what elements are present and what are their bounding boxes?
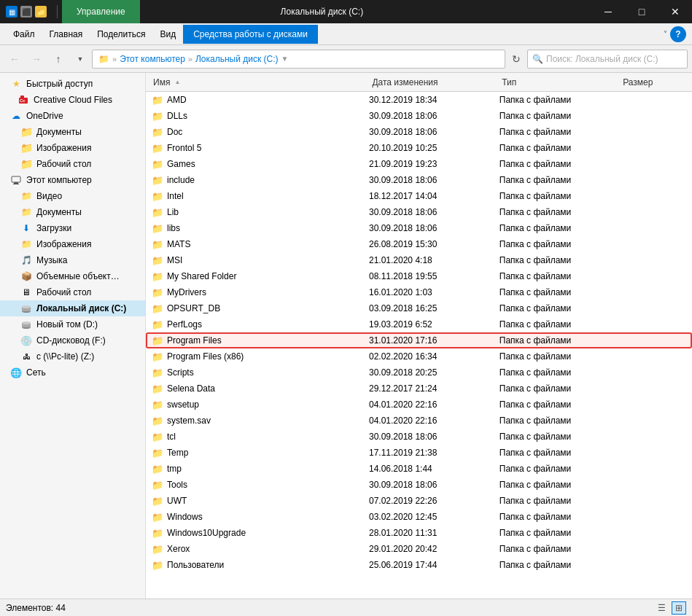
menu-home[interactable]: Главная [42, 25, 90, 44]
file-date-cell: 26.08.2019 15:30 [369, 239, 499, 249]
sidebar-item-imgs[interactable]: 📁 Изображения [0, 236, 145, 252]
sidebar: ★ Быстрый доступ Cc Creative Cloud Files… [0, 73, 146, 599]
table-row[interactable]: 📁 AMD 30.12.2019 18:34 Папка с файлами [146, 92, 692, 108]
table-row[interactable]: 📁 Program Files 31.01.2020 17:16 Папка с… [146, 332, 692, 348]
table-row[interactable]: 📁 Scripts 30.09.2018 20:25 Папка с файла… [146, 364, 692, 381]
item-count: Элементов: 44 [6, 603, 66, 613]
search-placeholder: Поиск: Локальный диск (C:) [546, 54, 658, 64]
sidebar-item-creative-cloud[interactable]: Cc Creative Cloud Files [0, 92, 145, 108]
sidebar-item-docs[interactable]: 📁 Документы [0, 204, 145, 220]
table-row[interactable]: 📁 MATS 26.08.2019 15:30 Папка с файлами [146, 236, 692, 252]
table-row[interactable]: 📁 Tools 30.09.2018 18:06 Папка с файлами [146, 477, 692, 493]
table-row[interactable]: 📁 My Shared Folder 08.11.2018 19:55 Папк… [146, 268, 692, 284]
table-row[interactable]: 📁 Games 21.09.2019 19:23 Папка с файлами [146, 156, 692, 172]
file-name-cell: 📁 MyDrivers [152, 287, 369, 298]
file-folder-icon: 📁 [152, 560, 163, 571]
file-name-cell: 📁 Xerox [152, 544, 369, 555]
file-name-cell: 📁 Пользователи [152, 560, 369, 571]
col-date-header[interactable]: Дата изменения [372, 77, 502, 87]
search-bar[interactable]: 🔍 Поиск: Локальный диск (C:) [527, 50, 688, 69]
table-row[interactable]: 📁 swsetup 04.01.2020 22:16 Папка с файла… [146, 397, 692, 413]
address-bar[interactable]: 📁 » Этот компьютер » Локальный диск (C:)… [92, 50, 505, 69]
table-row[interactable]: 📁 Lib 30.09.2018 18:06 Папка с файлами [146, 204, 692, 220]
file-folder-icon: 📁 [152, 399, 163, 410]
col-size-header[interactable]: Размер [623, 77, 692, 87]
app-icon-3: 📁 [35, 6, 47, 17]
sidebar-item-desktop[interactable]: 📁 Рабочий стол [0, 156, 145, 172]
forward-button[interactable]: → [26, 49, 47, 69]
menu-disk-tools[interactable]: Средства работы с дисками [183, 25, 318, 44]
quick-access-icon: ★ [10, 78, 22, 90]
file-type-cell: Папка с файлами [499, 480, 621, 490]
network-icon: 🌐 [10, 367, 22, 378]
file-name-cell: 📁 include [152, 175, 369, 186]
table-row[interactable]: 📁 UWT 07.02.2019 22:26 Папка с файлами [146, 493, 692, 509]
table-row[interactable]: 📁 tcl 30.09.2018 18:06 Папка с файлами [146, 429, 692, 445]
table-row[interactable]: 📁 libs 30.09.2018 18:06 Папка с файлами [146, 220, 692, 236]
sidebar-item-new-volume[interactable]: Новый том (D:) [0, 316, 145, 332]
col-type-header[interactable]: Тип [502, 77, 623, 87]
table-row[interactable]: 📁 MSI 21.01.2020 4:18 Папка с файлами [146, 252, 692, 268]
table-row[interactable]: 📁 Temp 17.11.2019 21:38 Папка с файлами [146, 445, 692, 461]
file-folder-icon: 📁 [152, 512, 163, 523]
col-name-header[interactable]: Имя ▲ [150, 77, 372, 87]
sidebar-item-3d[interactable]: 📦 Объемные объект… [0, 268, 145, 284]
minimize-button[interactable]: ─ [591, 0, 625, 23]
table-row[interactable]: 📁 Selena Data 29.12.2017 21:24 Папка с ф… [146, 381, 692, 397]
table-row[interactable]: 📁 Doc 30.09.2018 18:06 Папка с файлами [146, 124, 692, 140]
table-row[interactable]: 📁 Xerox 29.01.2020 20:42 Папка с файлами [146, 541, 692, 557]
address-chevron-icon[interactable]: ▼ [281, 55, 289, 63]
address-this-pc[interactable]: Этот компьютер [120, 54, 185, 64]
close-button[interactable]: ✕ [658, 0, 692, 23]
sidebar-item-music[interactable]: 🎵 Музыка [0, 252, 145, 268]
sidebar-item-documents[interactable]: 📁 Документы [0, 124, 145, 140]
file-date-cell: 17.11.2019 21:38 [369, 448, 499, 458]
table-row[interactable]: 📁 PerfLogs 19.03.2019 6:52 Папка с файла… [146, 316, 692, 332]
file-date-cell: 30.09.2018 18:06 [369, 111, 499, 121]
maximize-button[interactable]: □ [625, 0, 658, 23]
sidebar-item-onedrive[interactable]: ☁ OneDrive [0, 108, 145, 124]
menu-file[interactable]: Файл [6, 25, 42, 44]
file-name-cell: 📁 Program Files [152, 335, 369, 346]
file-date-cell: 30.09.2018 18:06 [369, 432, 499, 442]
view-tile-button[interactable]: ⊞ [672, 601, 686, 615]
refresh-button[interactable]: ↻ [507, 50, 526, 69]
table-row[interactable]: 📁 Intel 18.12.2017 14:04 Папка с файлами [146, 188, 692, 204]
file-date-cell: 30.12.2019 18:34 [369, 95, 499, 105]
table-row[interactable]: 📁 Windows10Upgrade 28.01.2020 11:31 Папк… [146, 525, 692, 541]
table-row[interactable]: 📁 Windows 03.02.2020 12:45 Папка с файла… [146, 509, 692, 525]
table-row[interactable]: 📁 Program Files (x86) 02.02.2020 16:34 П… [146, 348, 692, 364]
table-row[interactable]: 📁 OPSURT_DB 03.09.2018 16:25 Папка с фай… [146, 300, 692, 316]
up-button[interactable]: ↑ [48, 49, 69, 69]
table-row[interactable]: 📁 include 30.09.2018 18:06 Папка с файла… [146, 172, 692, 188]
table-row[interactable]: 📁 system.sav 04.01.2020 22:16 Папка с фа… [146, 413, 692, 429]
sidebar-item-cd[interactable]: 💿 CD-дисковод (F:) [0, 332, 145, 348]
sidebar-item-this-pc[interactable]: Этот компьютер [0, 172, 145, 188]
address-local-disk[interactable]: Локальный диск (C:) [195, 54, 279, 64]
menu-chevron-icon[interactable]: ˅ [664, 30, 667, 38]
table-row[interactable]: 📁 tmp 14.06.2018 1:44 Папка с файлами [146, 461, 692, 477]
menu-view[interactable]: Вид [152, 25, 183, 44]
table-row[interactable]: 📁 MyDrivers 16.01.2020 1:03 Папка с файл… [146, 284, 692, 300]
sidebar-item-quick-access[interactable]: ★ Быстрый доступ [0, 76, 145, 92]
svg-rect-3 [12, 176, 20, 182]
table-row[interactable]: 📁 Frontol 5 20.10.2019 10:25 Папка с фай… [146, 140, 692, 156]
recent-button[interactable]: ▼ [70, 49, 90, 69]
view-detail-button[interactable]: ☰ [654, 601, 669, 615]
table-row[interactable]: 📁 Пользователи 25.06.2019 17:44 Папка с … [146, 557, 692, 573]
help-button[interactable]: ? [670, 26, 686, 42]
sidebar-item-downloads[interactable]: ⬇ Загрузки [0, 220, 145, 236]
table-row[interactable]: 📁 DLLs 30.09.2018 18:06 Папка с файлами [146, 108, 692, 124]
file-list[interactable]: 📁 AMD 30.12.2019 18:34 Папка с файлами 📁… [146, 92, 692, 599]
folder-icon-documents: 📁 [20, 126, 32, 138]
sidebar-item-video[interactable]: 📁 Видео [0, 188, 145, 204]
menu-share[interactable]: Поделиться [90, 25, 152, 44]
sidebar-item-desktop2[interactable]: 🖥 Рабочий стол [0, 284, 145, 300]
file-date-cell: 19.03.2019 6:52 [369, 319, 499, 330]
back-button[interactable]: ← [4, 49, 25, 69]
sidebar-item-network-drive[interactable]: 🖧 с (\\Pc-lite) (Z:) [0, 348, 145, 364]
sidebar-item-network[interactable]: 🌐 Сеть [0, 364, 145, 381]
sidebar-item-local-disk[interactable]: Локальный диск (С:) [0, 300, 145, 316]
sidebar-item-images[interactable]: 📁 Изображения [0, 140, 145, 156]
file-folder-icon: 📁 [152, 367, 163, 378]
